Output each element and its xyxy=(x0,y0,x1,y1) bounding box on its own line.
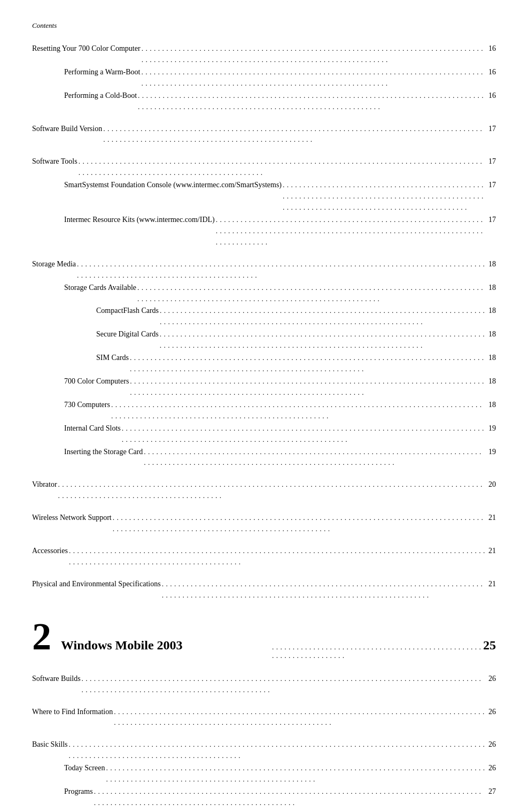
page-number: 16 xyxy=(486,66,496,78)
toc-entry: Navigation Bar and Command Bar. . . . . … xyxy=(32,809,496,812)
entry-label: Software Tools xyxy=(32,156,77,167)
dot-leader: . . . . . . . . . . . . . . . . . . . . … xyxy=(162,579,485,601)
page-number: 16 xyxy=(486,90,496,102)
entry-label: SmartSystemst Foundation Console (www.in… xyxy=(64,179,282,191)
dot-leader: . . . . . . . . . . . . . . . . . . . . … xyxy=(79,156,485,179)
toc-entry: Storage Media. . . . . . . . . . . . . .… xyxy=(32,258,496,281)
dot-leader: . . . . . . . . . . . . . . . . . . . . … xyxy=(160,329,485,351)
dot-leader: . . . . . . . . . . . . . . . . . . . . … xyxy=(113,512,485,535)
contents-header: Contents xyxy=(32,21,496,30)
page-number: 27 xyxy=(486,786,496,798)
chapter-number: 2 xyxy=(32,617,51,656)
dot-leader: . . . . . . . . . . . . . . . . . . . . … xyxy=(77,259,485,281)
page-number: 21 xyxy=(486,545,496,557)
toc-entry: Inserting the Storage Card. . . . . . . … xyxy=(32,446,496,469)
page-number: 16 xyxy=(486,43,496,55)
page-number: 17 xyxy=(486,214,496,226)
toc-entry: 700 Color Computers. . . . . . . . . . .… xyxy=(32,376,496,399)
entry-label: Wireless Network Support xyxy=(32,512,112,524)
toc-entry: Where to Find Information. . . . . . . .… xyxy=(32,706,496,729)
entry-label: Storage Media xyxy=(32,258,76,270)
page-number: 17 xyxy=(486,156,496,167)
entry-label: Intermec Resource Kits (www.intermec.com… xyxy=(64,214,215,226)
entry-label: Inserting the Storage Card xyxy=(64,446,143,458)
page-number: 18 xyxy=(486,258,496,270)
entry-label: 730 Computers xyxy=(64,399,110,411)
dot-leader: . . . . . . . . . . . . . . . . . . . . … xyxy=(137,282,485,305)
page-number: 21 xyxy=(486,578,496,590)
dot-leader: . . . . . . . . . . . . . . . . . . . . … xyxy=(58,479,485,502)
entry-label: Internal Card Slots xyxy=(64,423,121,434)
page-number: 18 xyxy=(486,328,496,340)
dot-leader: . . . . . . . . . . . . . . . . . . . . … xyxy=(103,124,485,146)
dot-leader: . . . . . . . . . . . . . . . . . . . . … xyxy=(216,215,485,248)
entry-label: Performing a Warm-Boot xyxy=(64,66,140,78)
entry-label: Secure Digital Cards xyxy=(96,328,159,340)
toc-entry: Wireless Network Support. . . . . . . . … xyxy=(32,512,496,535)
page-number: 17 xyxy=(486,123,496,135)
toc-entry: Today Screen. . . . . . . . . . . . . . … xyxy=(32,762,496,785)
dot-leader: . . . . . . . . . . . . . . . . . . . . … xyxy=(160,305,485,328)
chapter-dots: . . . . . . . . . . . . . . . . . . . . … xyxy=(272,643,482,660)
entry-label: CompactFlash Cards xyxy=(96,305,159,317)
toc-entry: Performing a Cold-Boot. . . . . . . . . … xyxy=(32,90,496,113)
dot-leader: . . . . . . . . . . . . . . . . . . . . … xyxy=(69,739,485,762)
page-number: 21 xyxy=(486,512,496,524)
page-number: 20 xyxy=(486,479,496,491)
toc-entry: Secure Digital Cards. . . . . . . . . . … xyxy=(32,328,496,351)
toc-entry: Software Builds. . . . . . . . . . . . .… xyxy=(32,673,496,696)
entry-label: Software Builds xyxy=(32,673,81,685)
toc-entry: SmartSystemst Foundation Console (www.in… xyxy=(32,179,496,213)
dot-leader: . . . . . . . . . . . . . . . . . . . . … xyxy=(111,400,485,422)
page-number: 18 xyxy=(486,352,496,364)
entry-label: Vibrator xyxy=(32,479,57,491)
dot-leader: . . . . . . . . . . . . . . . . . . . . … xyxy=(169,810,485,812)
entry-label: Performing a Cold-Boot xyxy=(64,90,137,102)
toc-entry: Accessories. . . . . . . . . . . . . . .… xyxy=(32,545,496,568)
page-number: 18 xyxy=(486,305,496,317)
toc-entry: Internal Card Slots. . . . . . . . . . .… xyxy=(32,423,496,446)
chapter-2-header: 2 Windows Mobile 2003 . . . . . . . . . … xyxy=(32,617,496,660)
entry-label: 700 Color Computers xyxy=(64,376,129,387)
dot-leader: . . . . . . . . . . . . . . . . . . . . … xyxy=(144,447,485,469)
page-number: 18 xyxy=(486,282,496,294)
toc-entry: SIM Cards. . . . . . . . . . . . . . . .… xyxy=(32,352,496,375)
dot-leader: . . . . . . . . . . . . . . . . . . . . … xyxy=(130,353,485,375)
dot-leader: . . . . . . . . . . . . . . . . . . . . … xyxy=(142,43,485,66)
dot-leader: . . . . . . . . . . . . . . . . . . . . … xyxy=(283,180,485,213)
toc-entry: Physical and Environmental Specification… xyxy=(32,578,496,601)
dot-leader: . . . . . . . . . . . . . . . . . . . . … xyxy=(130,376,485,399)
entry-label: Physical and Environmental Specification… xyxy=(32,578,161,590)
entry-label: Programs xyxy=(64,786,93,798)
toc-entry: Storage Cards Available. . . . . . . . .… xyxy=(32,282,496,305)
page-number: 18 xyxy=(486,399,496,411)
toc-entry: CompactFlash Cards. . . . . . . . . . . … xyxy=(32,305,496,328)
toc-section-1: Resetting Your 700 Color Computer. . . .… xyxy=(32,43,496,601)
entry-label: Storage Cards Available xyxy=(64,282,136,294)
toc-section-2: Software Builds. . . . . . . . . . . . .… xyxy=(32,673,496,812)
dot-leader: . . . . . . . . . . . . . . . . . . . . … xyxy=(69,546,485,568)
page-number: 26 xyxy=(486,706,496,718)
toc-entry: Resetting Your 700 Color Computer. . . .… xyxy=(32,43,496,66)
entry-label: SIM Cards xyxy=(96,352,129,364)
page-number: 26 xyxy=(486,739,496,750)
page-number: 19 xyxy=(486,446,496,458)
page-number: 28 xyxy=(486,809,496,812)
toc-entry: Software Build Version. . . . . . . . . … xyxy=(32,123,496,146)
page-number: 26 xyxy=(486,762,496,774)
dot-leader: . . . . . . . . . . . . . . . . . . . . … xyxy=(141,67,485,89)
entry-label: Where to Find Information xyxy=(32,706,113,718)
toc-entry: 730 Computers. . . . . . . . . . . . . .… xyxy=(32,399,496,422)
chapter-title: Windows Mobile 2003 xyxy=(61,638,271,653)
entry-label: Accessories xyxy=(32,545,68,557)
dot-leader: . . . . . . . . . . . . . . . . . . . . … xyxy=(82,673,485,696)
page-number: 26 xyxy=(486,673,496,685)
dot-leader: . . . . . . . . . . . . . . . . . . . . … xyxy=(106,763,485,785)
toc-entry: Programs. . . . . . . . . . . . . . . . … xyxy=(32,786,496,809)
dot-leader: . . . . . . . . . . . . . . . . . . . . … xyxy=(94,786,485,809)
toc-entry: Performing a Warm-Boot. . . . . . . . . … xyxy=(32,66,496,89)
page-number: 18 xyxy=(486,376,496,387)
entry-label: Software Build Version xyxy=(32,123,102,135)
dot-leader: . . . . . . . . . . . . . . . . . . . . … xyxy=(114,707,485,729)
dot-leader: . . . . . . . . . . . . . . . . . . . . … xyxy=(138,90,485,113)
